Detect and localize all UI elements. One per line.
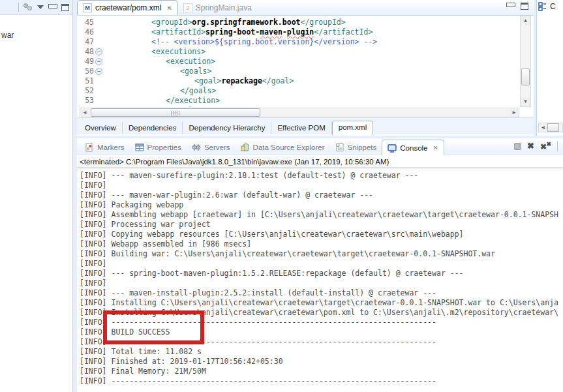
- fold-minus-icon[interactable]: [94, 47, 103, 57]
- line-number: 54: [77, 106, 94, 107]
- tree-item-partial[interactable]: war: [0, 31, 72, 40]
- properties-icon: [135, 143, 144, 152]
- scroll-up-icon[interactable]: ▲: [521, 16, 530, 25]
- toolbar-separator: [18, 3, 19, 12]
- editor-horizontal-scrollbar[interactable]: ◄ ►: [80, 108, 519, 117]
- maximize-icon[interactable]: [521, 3, 528, 10]
- tab-effective-pom[interactable]: Effective POM: [271, 122, 331, 134]
- code-text: </executions>: [103, 106, 210, 107]
- remove-launch-icon[interactable]: ✖: [527, 142, 534, 150]
- fold-spacer: [94, 37, 103, 47]
- fold-spacer: [94, 96, 103, 106]
- close-icon[interactable]: ✕: [433, 144, 438, 151]
- tab-console[interactable]: Console ✕: [382, 140, 444, 155]
- tab-springmain-java[interactable]: J SpringMain.java: [178, 0, 257, 15]
- editor-window-buttons: [506, 3, 528, 10]
- database-icon: [241, 143, 250, 152]
- scrollbar-thumb[interactable]: [547, 123, 559, 132]
- code-line[interactable]: 51<goal>repackage</goal>: [77, 76, 534, 86]
- tab-label: Data Source Explorer: [253, 143, 325, 151]
- console-line: [INFO] Packaging webapp: [80, 200, 563, 210]
- line-number: 49: [77, 57, 94, 67]
- scroll-right-icon[interactable]: ►: [510, 108, 519, 117]
- tab-label: craetewar/pom.xml: [95, 3, 161, 12]
- tab-markers[interactable]: Markers: [80, 140, 130, 155]
- scroll-down-icon[interactable]: ▼: [521, 97, 530, 106]
- tab-pom-xml-source[interactable]: pom.xml: [332, 121, 373, 135]
- fold-spacer: [94, 86, 103, 96]
- code-text: <artifactId>spring-boot-maven-plugin</ar…: [103, 27, 373, 37]
- build-success-annotation-box: [103, 310, 204, 344]
- console-tabbar: Markers Properties Servers: [77, 138, 563, 155]
- outline-tab[interactable]: C: [537, 0, 563, 13]
- project-explorer-panel: war: [0, 0, 73, 392]
- view-menu-icon[interactable]: [37, 5, 44, 9]
- console-line: [INFO] Installing C:\Users\anjali\create…: [80, 298, 563, 308]
- line-number: 47: [77, 37, 94, 47]
- scrollbar-thumb[interactable]: [91, 108, 260, 117]
- fold-minus-icon[interactable]: [94, 67, 103, 76]
- console-output[interactable]: [INFO] --- maven-surefire-plugin:2.18.1:…: [77, 168, 563, 390]
- line-number: 51: [77, 76, 94, 86]
- tab-dependencies[interactable]: Dependencies: [123, 122, 183, 134]
- editor-vertical-scrollbar[interactable]: ▲ ▼: [520, 16, 531, 107]
- maven-file-icon: M: [83, 3, 92, 12]
- code-line[interactable]: 45<groupId>org.springframework.boot</gro…: [77, 18, 534, 27]
- console-line: [INFO] Copying webapp resources [C:\User…: [80, 230, 563, 239]
- java-file-icon: J: [183, 3, 192, 12]
- code-line[interactable]: 53</execution>: [77, 96, 534, 106]
- link-with-editor-icon[interactable]: [23, 3, 33, 11]
- console-pane: Markers Properties Servers: [77, 138, 563, 392]
- code-editor[interactable]: 45<groupId>org.springframework.boot</gro…: [77, 16, 534, 107]
- fold-spacer: [94, 76, 103, 86]
- scroll-left-icon[interactable]: ◄: [539, 123, 547, 132]
- console-line: [INFO] Finished at: 2019-01-17T10:56:42+…: [80, 357, 563, 367]
- servers-icon: [192, 143, 201, 152]
- fold-minus-icon[interactable]: [94, 57, 103, 67]
- tab-overview[interactable]: Overview: [79, 122, 123, 134]
- tab-pom-xml[interactable]: M craetewar/pom.xml ✕: [77, 0, 178, 15]
- tab-properties[interactable]: Properties: [130, 140, 187, 155]
- snippets-icon: [335, 143, 344, 152]
- fold-spacer: [94, 27, 103, 37]
- code-line[interactable]: 52</goals>: [77, 86, 534, 96]
- code-line[interactable]: 49<execution>: [77, 57, 534, 67]
- code-text: <goal>repackage</goal>: [103, 76, 294, 86]
- minimize-icon[interactable]: [506, 3, 515, 10]
- tab-label: Properties: [147, 143, 181, 151]
- tab-data-source-explorer[interactable]: Data Source Explorer: [236, 140, 330, 155]
- maximize-icon[interactable]: [61, 4, 69, 11]
- tab-snippets[interactable]: Snippets: [330, 140, 382, 155]
- terminate-icon[interactable]: [514, 143, 521, 150]
- tab-label: Servers: [204, 143, 230, 151]
- minimize-icon[interactable]: [48, 4, 57, 11]
- line-number: 45: [77, 18, 94, 27]
- outline-horizontal-scrollbar[interactable]: ◄: [538, 123, 563, 132]
- scroll-left-icon[interactable]: ◄: [80, 108, 89, 117]
- code-line[interactable]: 48<executions>: [77, 47, 534, 57]
- console-toolbar: ✖ ✖✖: [514, 141, 563, 151]
- line-number: 53: [77, 96, 94, 106]
- tab-servers[interactable]: Servers: [187, 140, 236, 155]
- tab-label: Markers: [97, 143, 125, 151]
- code-line[interactable]: 47<!-- <version>${spring.boot.version}</…: [77, 37, 534, 47]
- scrollbar-thumb[interactable]: [521, 68, 530, 85]
- tab-dependency-hierarchy[interactable]: Dependency Hierarchy: [183, 122, 271, 134]
- line-number: 50: [77, 67, 94, 76]
- console-line: [INFO] Assembling webapp [craetewar] in …: [80, 210, 563, 220]
- code-text: <!-- <version>${spring.boot.version}</ve…: [103, 37, 377, 47]
- console-line: [INFO]: [80, 181, 563, 190]
- console-line: [INFO]: [80, 259, 563, 269]
- code-line[interactable]: 46<artifactId>spring-boot-maven-plugin</…: [77, 27, 534, 37]
- remove-all-terminated-icon[interactable]: ✖✖: [540, 142, 551, 151]
- console-line: [INFO] --- maven-install-plugin:2.5.2:in…: [80, 288, 563, 298]
- close-icon[interactable]: ✕: [166, 5, 172, 12]
- outline-icon: [538, 2, 547, 11]
- code-text: <execution>: [103, 57, 215, 67]
- console-line: [INFO] Webapp assembled in [986 msecs]: [80, 239, 563, 249]
- code-line[interactable]: 54</executions>: [77, 106, 534, 107]
- code-line[interactable]: 50<goals>: [77, 67, 534, 76]
- console-line: [INFO] Final Memory: 21M/50M: [80, 367, 563, 376]
- editor-tabbar: M craetewar/pom.xml ✕ J SpringMain.java: [77, 0, 534, 16]
- console-icon: [388, 143, 397, 153]
